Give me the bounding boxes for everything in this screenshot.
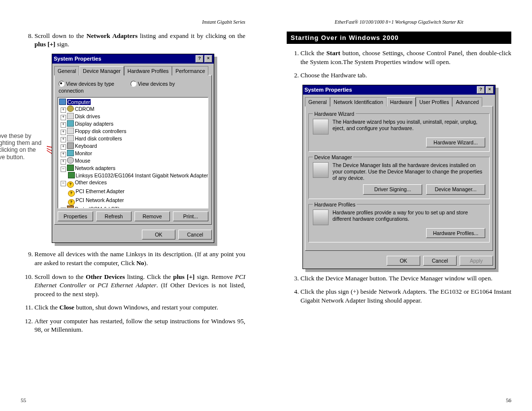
group-device-manager: Device Manager The Device Manager lists … <box>308 157 490 199</box>
group-text: Hardware profiles provide a way for you … <box>332 209 485 222</box>
page-56: EtherFast® 10/100/1000 8+1 Workgroup Gig… <box>266 0 532 411</box>
view-mode-radios: View devices by type View devices by con… <box>59 80 207 94</box>
group-hardware-wizard: Hardware Wizard The Hardware wizard help… <box>308 113 490 152</box>
instruction-list-right-2: Click the Device Manager button. The Dev… <box>287 274 511 305</box>
tab-user-profiles[interactable]: User Profiles <box>416 97 452 106</box>
display-icon <box>67 120 74 127</box>
tab-strip: General Network Identification Hardware … <box>305 97 493 106</box>
help-button[interactable]: ? <box>477 86 485 94</box>
tab-hardware-profiles[interactable]: Hardware Profiles <box>124 66 172 75</box>
floppy-icon <box>67 128 74 134</box>
group-hardware-profiles: Hardware Profiles Hardware profiles prov… <box>308 204 490 242</box>
tab-general[interactable]: General <box>54 66 79 75</box>
unknown-icon: ? <box>67 181 74 188</box>
step-11: Click the Close button, shut down Window… <box>34 303 245 312</box>
group-legend: Device Manager <box>313 154 353 161</box>
help-button[interactable]: ? <box>196 55 203 63</box>
unknown-icon: ? <box>68 190 75 197</box>
network-icon <box>68 172 75 178</box>
tab-advanced[interactable]: Advanced <box>452 97 482 106</box>
tree-root[interactable]: Computer <box>59 99 207 105</box>
page-number: 56 <box>506 397 511 404</box>
print-button[interactable]: Print... <box>173 211 208 221</box>
network-icon <box>67 165 74 171</box>
tree-item[interactable]: +Mouse <box>59 157 207 165</box>
group-legend: Hardware Wizard <box>313 110 356 117</box>
tree-item[interactable]: +Monitor <box>59 150 207 157</box>
tab-performance[interactable]: Performance <box>172 66 208 75</box>
tab-network-id[interactable]: Network Identification <box>330 97 386 106</box>
hdd-icon <box>67 135 74 141</box>
profiles-icon <box>313 209 329 225</box>
unknown-icon: ? <box>68 199 75 206</box>
tree-item[interactable]: +Display adapters <box>59 120 207 128</box>
system-properties-window-2k: System Properties ? × General Network Id… <box>302 85 496 269</box>
hardware-tab-screenshot: System Properties ? × General Network Id… <box>302 85 496 269</box>
tab-general[interactable]: General <box>305 97 330 106</box>
cancel-button[interactable]: Cancel <box>178 230 212 240</box>
radio-dot-icon <box>131 81 136 87</box>
refresh-button[interactable]: Refresh <box>96 211 132 221</box>
hardware-profiles-button[interactable]: Hardware Profiles... <box>426 228 485 238</box>
cancel-button[interactable]: Cancel <box>423 256 457 266</box>
tree-item[interactable]: +Keyboard <box>59 142 207 150</box>
titlebar[interactable]: System Properties ? × <box>303 85 495 95</box>
tree-item[interactable]: Linksys EG1032/EG1064 Instant Gigabit Ne… <box>59 172 207 179</box>
close-button[interactable]: × <box>486 86 494 94</box>
tree-item[interactable]: −?Other devices <box>59 179 207 188</box>
page-header-left: Instant Gigabit Series <box>21 19 245 26</box>
tree-item[interactable]: −Network adapters <box>59 165 207 172</box>
tree-item[interactable]: ?PCI Ethernet Adapter <box>59 188 207 197</box>
titlebar[interactable]: System Properties ? × <box>52 54 214 64</box>
group-legend: Hardware Profiles <box>313 201 357 208</box>
device-buttons: Properties Refresh Remove Print... <box>58 211 208 221</box>
ok-cancel-apply-row: OK Cancel Apply <box>303 253 495 269</box>
driver-signing-button[interactable]: Driver Signing... <box>363 184 422 194</box>
tab-device-manager[interactable]: Device Manager <box>79 66 124 75</box>
group-text: The Hardware wizard helps you install, u… <box>332 119 485 132</box>
remove-button[interactable]: Remove <box>134 211 170 221</box>
tree-item[interactable]: +Disk drives <box>59 113 207 120</box>
tree-item[interactable]: +Hard disk controllers <box>59 135 207 142</box>
window-title: System Properties <box>54 55 101 63</box>
ok-button[interactable]: OK <box>142 230 175 240</box>
tab-hardware[interactable]: Hardware <box>387 97 416 106</box>
system-properties-window: System Properties ? × General Device Man… <box>52 54 214 243</box>
page-header-right: EtherFast® 10/100/1000 8+1 Workgroup Gig… <box>287 19 511 26</box>
instruction-list-right: Click the Start button, choose Settings,… <box>287 49 511 80</box>
drive-icon <box>67 113 74 119</box>
section-heading: Starting Over in Windows 2000 <box>287 32 511 44</box>
monitor-icon <box>67 150 74 156</box>
tree-item[interactable]: +Floppy disk controllers <box>59 128 207 135</box>
close-button[interactable]: × <box>204 55 212 63</box>
tree-item[interactable]: +CDROM <box>59 105 207 113</box>
instruction-list-left-2: Remove all devices with the name Linksys… <box>21 250 245 334</box>
step-3: Click the Device Manager button. The Dev… <box>300 274 511 283</box>
ok-cancel-row: OK Cancel <box>52 227 214 242</box>
device-manager-icon <box>313 162 329 178</box>
page-number: 55 <box>21 397 26 404</box>
step-8: Scroll down to the Network Adapters list… <box>34 32 245 49</box>
radio-by-type[interactable]: View devices by type <box>59 81 114 87</box>
group-text: The Device Manager lists all the hardwar… <box>332 162 485 181</box>
step-4: Click the plus sign (+) beside Network A… <box>300 287 511 305</box>
step-2: Choose the Hardware tab. <box>300 71 511 80</box>
text: Scroll down to the <box>34 32 86 39</box>
hardware-panel: Hardware Wizard The Hardware wizard help… <box>305 106 493 251</box>
apply-button[interactable]: Apply <box>460 256 493 266</box>
device-manager-button[interactable]: Device Manager... <box>426 184 485 194</box>
tree-item[interactable]: ?PCI Network Adapter <box>59 197 207 206</box>
hardware-wizard-button[interactable]: Hardware Wizard... <box>426 137 485 147</box>
window-title: System Properties <box>304 86 352 94</box>
ok-button[interactable]: OK <box>387 256 420 266</box>
text: listing and expand it by clicking on the <box>137 32 245 39</box>
properties-button[interactable]: Properties <box>58 211 93 221</box>
tab-panel: View devices by type View devices by con… <box>54 75 212 225</box>
tree-item[interactable]: +Ports (COM & LPT) <box>59 206 207 208</box>
radio-dot-icon <box>59 81 65 87</box>
step-12: After your computer has restarted, follo… <box>34 317 245 334</box>
cdrom-icon <box>67 105 74 112</box>
step-1: Click the Start button, choose Settings,… <box>300 49 511 66</box>
text: sign. <box>55 40 69 48</box>
device-tree[interactable]: Computer +CDROM +Disk drives +Display ad… <box>58 97 208 208</box>
